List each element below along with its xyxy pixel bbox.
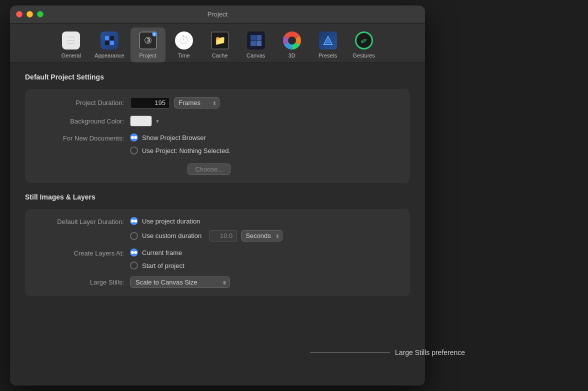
3d-icon xyxy=(282,30,302,50)
toolbar-label-3d: 3D xyxy=(288,52,296,58)
large-stills-wrapper: Scale to Canvas Size Do Nothing Float in… xyxy=(130,276,230,288)
default-project-settings-group: Project Duration: Frames Seconds Timecod… xyxy=(25,89,410,183)
custom-duration-unit-wrapper: Seconds Frames ⬍ xyxy=(241,230,282,242)
svg-rect-3 xyxy=(110,41,114,45)
show-project-browser-radio[interactable] xyxy=(130,134,138,142)
preferences-window: Project ☰ General Appeara xyxy=(10,6,425,386)
use-custom-duration-label: Use custom duration xyxy=(142,232,202,240)
create-layers-at-row: Create Layers At: Current frame Start of… xyxy=(35,248,400,270)
large-stills-row: Large Stills: Scale to Canvas Size Do No… xyxy=(35,276,400,288)
use-project-duration-radio[interactable] xyxy=(130,217,138,225)
use-project-row: Use Project: Nothing Selected. xyxy=(130,146,230,154)
svg-rect-6 xyxy=(256,41,262,46)
toolbar-item-appearance[interactable]: Appearance xyxy=(90,28,129,62)
toolbar-item-project[interactable]: ③ 3 Project xyxy=(130,28,166,62)
toolbar-label-general: General xyxy=(62,52,81,58)
use-custom-duration-row: Use custom duration Seconds Frames ⬍ xyxy=(130,230,282,242)
cache-icon: 📁 xyxy=(210,30,230,50)
toolbar-label-project: Project xyxy=(140,52,156,58)
annotation-text: Large Stills preference xyxy=(395,348,465,356)
toolbar-item-general[interactable]: ☰ General xyxy=(54,28,88,62)
show-project-browser-label: Show Project Browser xyxy=(142,134,206,142)
toolbar-item-canvas[interactable]: Canvas xyxy=(238,28,274,62)
use-project-label: Use Project: Nothing Selected. xyxy=(142,147,230,154)
project-duration-controls: Frames Seconds Timecode ⬍ xyxy=(130,97,220,108)
toolbar-label-appearance: Appearance xyxy=(94,52,124,58)
large-stills-label: Large Stills: xyxy=(35,278,130,286)
show-project-browser-row: Show Project Browser xyxy=(130,134,230,142)
still-images-layers-header: Still Images & Layers xyxy=(25,193,410,201)
appearance-icon xyxy=(100,30,120,50)
large-stills-controls: Scale to Canvas Size Do Nothing Float in… xyxy=(130,276,230,288)
for-new-documents-options: Show Project Browser Use Project: Nothin… xyxy=(130,134,230,175)
general-icon: ☰ xyxy=(61,30,81,50)
project-duration-row: Project Duration: Frames Seconds Timecod… xyxy=(35,97,400,108)
for-new-documents-label: For New Documents: xyxy=(35,134,130,142)
presets-icon xyxy=(318,30,338,50)
toolbar-label-cache: Cache xyxy=(212,52,228,58)
window-title: Project xyxy=(208,10,228,18)
background-color-label: Background Color: xyxy=(35,118,130,125)
custom-duration-inline: Seconds Frames ⬍ xyxy=(210,230,282,242)
default-layer-duration-row: Default Layer Duration: Use project dura… xyxy=(35,217,400,242)
choose-button[interactable]: Choose... xyxy=(188,164,230,175)
background-color-row: Background Color: ▼ xyxy=(35,116,400,126)
svg-rect-5 xyxy=(250,35,256,40)
duration-unit-wrapper: Frames Seconds Timecode ⬍ xyxy=(174,97,220,108)
custom-duration-input[interactable] xyxy=(210,230,237,242)
toolbar-item-cache[interactable]: 📁 Cache xyxy=(202,28,238,62)
current-frame-row: Current frame xyxy=(130,248,184,256)
for-new-documents-row: For New Documents: Show Project Browser … xyxy=(35,134,400,175)
svg-rect-2 xyxy=(105,41,109,45)
toolbar-item-3d[interactable]: 3D xyxy=(274,28,310,62)
start-of-project-row: Start of project xyxy=(130,262,184,270)
svg-rect-8 xyxy=(250,41,256,46)
duration-unit-select[interactable]: Frames Seconds Timecode xyxy=(174,97,220,108)
toolbar-label-time: Time xyxy=(178,52,190,58)
toolbar-label-canvas: Canvas xyxy=(246,52,265,58)
project-duration-label: Project Duration: xyxy=(35,99,130,106)
project-icon: ③ 3 xyxy=(138,30,158,50)
annotation-container: Large Stills preference xyxy=(310,348,465,356)
gestures-icon: ✏ xyxy=(354,30,374,50)
svg-rect-0 xyxy=(105,36,109,40)
toolbar-item-gestures[interactable]: ✏ Gestures xyxy=(346,28,382,62)
color-dropdown-arrow[interactable]: ▼ xyxy=(155,118,160,124)
toolbar-item-time[interactable]: ⏱ Time xyxy=(166,28,202,62)
choose-btn-row: Choose... xyxy=(130,164,230,175)
use-project-duration-label: Use project duration xyxy=(142,218,200,225)
toolbar-label-presets: Presets xyxy=(318,52,337,58)
project-duration-input[interactable] xyxy=(130,97,170,108)
custom-duration-unit-select[interactable]: Seconds Frames xyxy=(241,230,282,242)
toolbar: ☰ General Appearance xyxy=(10,24,425,63)
content-area: Default Project Settings Project Duratio… xyxy=(10,63,425,386)
default-layer-duration-label: Default Layer Duration: xyxy=(35,217,130,226)
default-project-settings-header: Default Project Settings xyxy=(25,73,410,81)
toolbar-label-gestures: Gestures xyxy=(352,52,375,58)
annotation-line xyxy=(310,352,390,353)
time-icon: ⏱ xyxy=(174,30,194,50)
use-project-duration-row: Use project duration xyxy=(130,217,282,225)
minimize-button[interactable] xyxy=(26,11,33,18)
start-of-project-radio[interactable] xyxy=(130,262,138,270)
background-color-controls: ▼ xyxy=(130,116,160,126)
use-custom-duration-radio[interactable] xyxy=(130,232,138,240)
still-images-layers-group: Default Layer Duration: Use project dura… xyxy=(25,209,410,296)
large-stills-select[interactable]: Scale to Canvas Size Do Nothing Float in… xyxy=(130,276,230,288)
svg-rect-1 xyxy=(110,36,114,40)
default-layer-duration-options: Use project duration Use custom duration… xyxy=(130,217,282,242)
create-layers-at-label: Create Layers At: xyxy=(35,248,130,257)
maximize-button[interactable] xyxy=(37,11,44,18)
svg-rect-7 xyxy=(256,35,262,40)
current-frame-label: Current frame xyxy=(142,249,182,256)
traffic-lights xyxy=(16,11,44,18)
background-color-swatch[interactable] xyxy=(130,116,152,126)
current-frame-radio[interactable] xyxy=(130,248,138,256)
close-button[interactable] xyxy=(16,11,22,18)
start-of-project-label: Start of project xyxy=(142,262,184,270)
toolbar-item-presets[interactable]: Presets xyxy=(310,28,346,62)
canvas-icon xyxy=(246,30,266,50)
use-project-radio[interactable] xyxy=(130,146,138,154)
create-layers-at-options: Current frame Start of project xyxy=(130,248,184,270)
title-bar: Project xyxy=(10,6,425,24)
